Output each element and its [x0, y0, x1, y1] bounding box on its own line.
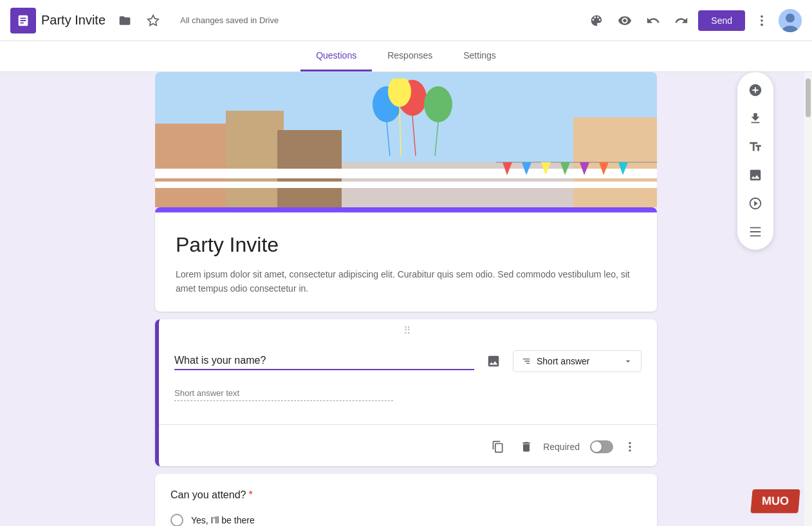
- short-answer-placeholder: [174, 386, 393, 401]
- question-top-row: Short answer: [174, 350, 641, 373]
- preview-button[interactable]: [613, 9, 636, 32]
- svg-line-24: [412, 116, 416, 156]
- svg-marker-35: [599, 162, 609, 175]
- app-icon[interactable]: [10, 8, 36, 33]
- header-image-inner: var s=''; for(var i=0;i<50;i++){ s+=''; …: [155, 72, 657, 207]
- required-label: Required: [543, 442, 580, 452]
- question-card-inner: Short answer: [159, 339, 657, 419]
- question-type-label: Short answer: [537, 356, 589, 366]
- question-divider: [159, 424, 657, 425]
- add-video-button[interactable]: [743, 191, 768, 216]
- radio-label-1: Yes, I'll be there: [191, 515, 255, 525]
- svg-marker-34: [580, 162, 589, 175]
- svg-point-39: [629, 449, 631, 451]
- palette-button[interactable]: [585, 9, 608, 32]
- tabs-bar: Questions Responses Settings: [0, 41, 812, 72]
- svg-marker-32: [541, 162, 551, 175]
- add-image-to-question-button[interactable]: [482, 350, 505, 373]
- undo-button[interactable]: [641, 9, 665, 32]
- question-card-1: ⠿ Short answer: [155, 319, 657, 466]
- form-title-card: Party Invite Lorem ipsum dolor sit amet,…: [155, 207, 657, 312]
- svg-point-5: [761, 15, 763, 17]
- short-answer-preview: [174, 383, 641, 414]
- question-card-2: Can you attend?* Yes, I'll be there Sorr…: [155, 474, 657, 526]
- question-2-label: Can you attend?*: [171, 489, 641, 501]
- topbar-right: Send: [585, 9, 802, 32]
- add-image-button[interactable]: [743, 162, 768, 188]
- scrollbar-thumb: [806, 79, 811, 117]
- svg-point-6: [761, 19, 763, 22]
- svg-line-26: [435, 122, 438, 156]
- question-type-dropdown[interactable]: Short answer: [513, 350, 641, 372]
- question-actions: Required: [159, 430, 657, 466]
- drag-handle[interactable]: ⠿: [159, 319, 657, 339]
- muo-watermark: MUO: [750, 489, 800, 513]
- svg-point-38: [629, 446, 631, 447]
- redo-button[interactable]: [670, 9, 693, 32]
- topbar: Party Invite All changes saved in Drive …: [0, 0, 812, 41]
- svg-point-9: [786, 14, 795, 23]
- tab-questions[interactable]: Questions: [300, 41, 372, 71]
- avatar[interactable]: [779, 9, 802, 32]
- svg-marker-33: [560, 162, 570, 175]
- radio-circle-1: [171, 514, 183, 526]
- svg-rect-3: [20, 22, 24, 23]
- doc-title: Party Invite: [41, 13, 106, 28]
- header-image: var s=''; for(var i=0;i<50;i++){ s+=''; …: [155, 72, 657, 207]
- right-sidebar: [737, 72, 773, 250]
- star-button[interactable]: [142, 9, 165, 32]
- svg-line-28: [400, 107, 401, 156]
- radio-option-1[interactable]: Yes, I'll be there: [171, 514, 641, 526]
- scrollbar-track[interactable]: [804, 72, 812, 526]
- delete-question-button[interactable]: [515, 435, 538, 458]
- question-text-input[interactable]: [174, 352, 474, 370]
- import-questions-button[interactable]: [743, 106, 768, 131]
- svg-marker-36: [618, 162, 628, 175]
- send-button[interactable]: Send: [698, 10, 745, 31]
- svg-rect-2: [20, 20, 26, 21]
- more-options-button[interactable]: [750, 9, 773, 32]
- svg-line-22: [387, 122, 390, 156]
- required-star: *: [248, 489, 252, 500]
- form-wrapper: var s=''; for(var i=0;i<50;i++){ s+=''; …: [155, 72, 657, 526]
- required-toggle[interactable]: [590, 440, 613, 453]
- svg-point-25: [424, 86, 452, 122]
- svg-marker-4: [148, 15, 159, 25]
- tab-settings[interactable]: Settings: [448, 41, 512, 71]
- tab-responses[interactable]: Responses: [372, 41, 448, 71]
- add-question-button[interactable]: [743, 77, 768, 103]
- saved-status: All changes saved in Drive: [180, 15, 279, 25]
- form-title: Party Invite: [176, 233, 636, 257]
- svg-point-7: [761, 23, 763, 26]
- more-question-options-button[interactable]: [618, 435, 641, 458]
- form-description: Lorem ipsum dolor sit amet, consectetur …: [176, 267, 636, 296]
- svg-marker-31: [522, 162, 531, 175]
- svg-point-37: [629, 442, 631, 444]
- add-section-button[interactable]: [743, 219, 768, 245]
- topbar-left: Party Invite All changes saved in Drive: [10, 8, 585, 33]
- folder-button[interactable]: [113, 9, 136, 32]
- svg-rect-1: [20, 17, 26, 19]
- duplicate-question-button[interactable]: [486, 435, 510, 458]
- toggle-thumb: [591, 442, 602, 452]
- add-title-button[interactable]: [743, 134, 768, 160]
- main-content: var s=''; for(var i=0;i<50;i++){ s+=''; …: [0, 72, 812, 526]
- svg-marker-30: [503, 162, 512, 175]
